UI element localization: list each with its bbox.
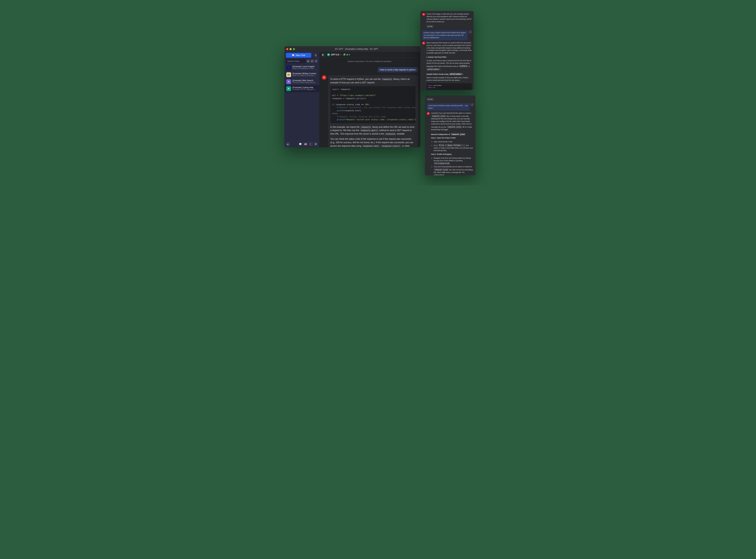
chevron-down-icon: ▾: [349, 53, 350, 56]
search-chats-input[interactable]: Search chats...: [286, 59, 306, 63]
assistant-message: To send a HTTP request in Python, you ca…: [322, 75, 418, 147]
sidebar-menu-icon[interactable]: ☰: [314, 53, 318, 57]
chat-item-coding-help[interactable]: ✦ (Example) Coding HelpTo send a HTTP re…: [285, 85, 319, 92]
conversation-panel-indesign-pdf: Great! I'd be happy to help with your ne…: [420, 11, 473, 90]
assistant-avatar-icon: [322, 75, 326, 80]
speech-bubble-icon: 💬: [292, 54, 294, 57]
web-search-icon: ✦: [286, 79, 291, 84]
assistant-avatar-icon: [427, 112, 430, 115]
filter-icon[interactable]: ⛭: [315, 60, 318, 63]
system-instruction: System Instruction: You are a helpful AI…: [322, 60, 418, 62]
maximize-window-icon[interactable]: [293, 48, 295, 50]
model-selector[interactable]: ✦ GPT-3.5 ▾: [327, 53, 341, 56]
chevron-down-icon: ▾: [340, 54, 341, 55]
app-window: EC GPT - (Example) Coding Help - EC GPT …: [285, 46, 420, 147]
collapse-sidebar-icon[interactable]: ▲: [286, 142, 290, 146]
conversation-panel-launch-json: Play I can't seem to find the create a l…: [425, 95, 475, 175]
new-chat-button[interactable]: 💬 New Chat: [286, 53, 311, 58]
footer-settings-icon[interactable]: ⚙: [314, 142, 318, 146]
code-block[interactable]: import requests url = "https://api.examp…: [330, 86, 416, 123]
chat-item-learn-english[interactable]: (Example) Learn EnglishHere's a breakdow…: [285, 64, 319, 71]
window-title: EC GPT - (Example) Coding Help - EC GPT: [295, 48, 419, 50]
close-window-icon[interactable]: [286, 48, 288, 50]
chat-list: (Example) Learn EnglishHere's a breakdow…: [285, 64, 319, 141]
play-button[interactable]: Play: [427, 25, 434, 28]
user-message: I can't seem to find the create a launch…: [427, 103, 473, 111]
plugin-icon: 🧩: [343, 53, 346, 56]
footer-flag-icon[interactable]: 🇺🇸: [304, 142, 308, 146]
theme-toggle-icon[interactable]: ☾: [309, 142, 313, 146]
user-avatar-icon: [469, 30, 472, 33]
topbar: ◧ ✦ GPT-3.5 ▾ 🧩 0 ▾: [319, 52, 420, 58]
main-content: ◧ ✦ GPT-3.5 ▾ 🧩 0 ▾ System Instruction: …: [319, 52, 420, 147]
plugin-count-badge: 0: [346, 54, 349, 55]
plugin-selector[interactable]: 🧩 0 ▾: [343, 53, 350, 56]
minimize-window-icon[interactable]: [290, 48, 292, 50]
assistant-avatar-icon: [422, 42, 425, 45]
new-folder-icon[interactable]: ⊕: [307, 60, 310, 63]
user-avatar-icon: [471, 103, 473, 106]
uk-flag-icon: [286, 65, 291, 70]
user-message: Is there a way to batch rename PDFs base…: [422, 30, 472, 40]
tag-icon[interactable]: 🏷: [311, 60, 314, 63]
toggle-sidebar-icon[interactable]: ◧: [321, 53, 325, 57]
chat-item-web-search[interactable]: ✦ (Example) Web SearchThe top stories be…: [285, 78, 319, 85]
code-block[interactable]: import pdfplumber import os # Path to th…: [427, 83, 472, 90]
sidebar: 💬 New Chat ☰ Search chats... ⊕ 🏷 ⛭ (Exam…: [285, 52, 319, 147]
footer-chat-icon[interactable]: 💬: [298, 142, 303, 146]
chat-item-writing-content[interactable]: AI (Example) Writing ContentHere is a dr…: [285, 71, 319, 78]
user-message: How to send a http request in python: [378, 67, 418, 72]
openai-logo-icon: ✦: [327, 53, 330, 56]
window-controls: [286, 48, 295, 50]
openai-icon: ✦: [286, 86, 291, 91]
ai-icon: AI: [286, 72, 291, 77]
play-button[interactable]: Play: [427, 98, 434, 101]
titlebar: EC GPT - (Example) Coding Help - EC GPT: [285, 46, 420, 52]
assistant-avatar-icon: [422, 13, 425, 16]
sidebar-footer: ▲ 💬 🇺🇸 ☾ ⚙: [285, 141, 319, 147]
conversation-scroll[interactable]: System Instruction: You are a helpful AI…: [319, 58, 420, 147]
